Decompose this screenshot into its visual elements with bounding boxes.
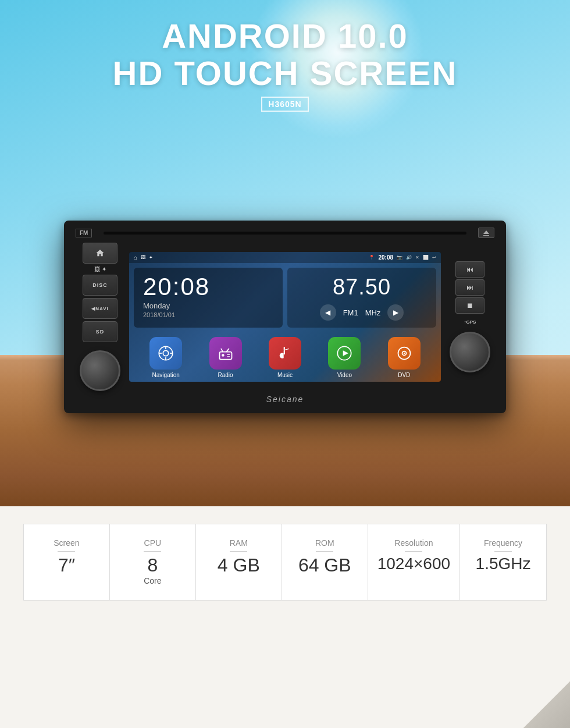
navi-label: ◀NAVI	[91, 306, 109, 311]
spec-resolution: Resolution 1024×600	[368, 524, 460, 600]
stop-button[interactable]: ⏹	[455, 297, 484, 314]
status-bar: ⌂ 🖼 ✦ 📍 20:08 📷 🔊 ✕ ⬜	[129, 252, 441, 263]
spec-rom: ROM 64 GB	[282, 524, 368, 600]
title-line1: ANDROID 10.0	[0, 17, 570, 55]
dvd-label: DVD	[398, 372, 410, 378]
svg-point-9	[222, 354, 225, 357]
home-icon	[95, 248, 105, 258]
eject-icon	[483, 230, 489, 234]
main-display: 20:08 Monday 2018/01/01 87.50 ◀ FM1 MHz	[129, 263, 441, 332]
radio-next-button[interactable]: ▶	[387, 304, 404, 321]
spec-cpu-value-group: 8 Core	[144, 555, 161, 586]
radio-prev-button[interactable]: ◀	[320, 304, 336, 321]
spec-ram: RAM 4 GB	[196, 524, 282, 600]
spec-cpu-divider	[144, 551, 161, 552]
radio-frequency: 87.50	[297, 275, 427, 300]
photo-settings-row: 🖼 ✦	[94, 266, 106, 272]
music-label: Music	[277, 372, 293, 378]
eject-button[interactable]	[478, 228, 494, 238]
close-status-icon: ✕	[415, 255, 419, 260]
right-panel: ⏮ ⏭ ⏹ ↑GPS	[441, 261, 499, 372]
spec-screen-value: 7″	[58, 555, 75, 576]
spec-resolution-label: Resolution	[394, 538, 433, 548]
screen-area[interactable]: ⌂ 🖼 ✦ 📍 20:08 📷 🔊 ✕ ⬜	[129, 252, 441, 382]
usb-icon: ✦	[149, 255, 153, 260]
spec-screen-label: Screen	[54, 538, 79, 548]
app-music[interactable]: Music	[269, 337, 301, 378]
location-icon: 📍	[369, 255, 375, 260]
skip-forward-button[interactable]: ⏭	[455, 279, 484, 296]
android-ui: ⌂ 🖼 ✦ 📍 20:08 📷 🔊 ✕ ⬜	[129, 252, 441, 382]
app-dvd[interactable]: DVD	[388, 337, 421, 378]
settings-icon: ✦	[102, 266, 106, 272]
sd-label: SD	[96, 329, 105, 335]
home-status-icon: ⌂	[134, 254, 137, 261]
spec-cpu-unit: Core	[144, 576, 161, 585]
paper-curl	[523, 681, 570, 728]
spec-cpu-label: CPU	[144, 538, 162, 548]
svg-point-16	[404, 353, 405, 354]
status-left: ⌂ 🖼 ✦	[134, 254, 153, 261]
clock-panel: 20:08 Monday 2018/01/01	[134, 268, 283, 328]
svg-rect-6	[219, 352, 231, 360]
status-time: 20:08	[378, 254, 393, 261]
radio-unit: MHz	[365, 308, 381, 317]
app-navigation[interactable]: Navigation	[149, 337, 182, 378]
sd-button[interactable]: SD	[83, 321, 117, 342]
gps-label: ↑GPS	[464, 319, 476, 325]
brand-label: Seicane	[71, 391, 499, 406]
dvd-icon	[388, 337, 421, 370]
navigation-icon	[149, 337, 182, 370]
specs-grid: Screen 7″ CPU 8 Core RAM 4 GB ROM 64 GB …	[23, 524, 547, 601]
music-svg	[277, 345, 293, 361]
spec-ram-divider	[230, 551, 247, 552]
radio-svg	[218, 345, 234, 361]
spec-resolution-value: 1024×600	[377, 555, 450, 573]
nav-svg	[158, 345, 174, 361]
status-right: 📍 20:08 📷 🔊 ✕ ⬜ ↩	[369, 254, 436, 261]
video-label: Video	[337, 372, 352, 378]
video-svg	[336, 345, 352, 361]
home-button[interactable]	[83, 243, 117, 264]
cd-slot	[104, 232, 466, 235]
radio-icon	[209, 337, 242, 370]
media-controls: ⏮ ⏭ ⏹	[455, 261, 484, 314]
spec-ram-value: 4 GB	[218, 555, 260, 576]
clock-time: 20:08	[143, 275, 273, 299]
spec-frequency-value: 1.5GHz	[476, 555, 531, 573]
svg-marker-13	[343, 350, 348, 356]
fm-label: FM	[76, 229, 92, 237]
svg-point-1	[163, 350, 169, 356]
spec-screen: Screen 7″	[24, 524, 110, 600]
hero-title: ANDROID 10.0 HD TOUCH SCREEN H3605N	[0, 17, 570, 112]
device-body: 🖼 ✦ DISC ◀NAVI SD	[71, 243, 499, 391]
left-panel: 🖼 ✦ DISC ◀NAVI SD	[71, 243, 129, 391]
radio-panel: 87.50 ◀ FM1 MHz ▶	[287, 268, 436, 328]
image-icon: 🖼	[141, 255, 145, 260]
model-badge: H3605N	[261, 97, 308, 112]
device-top-bar: FM	[71, 228, 499, 243]
skip-back-button[interactable]: ⏮	[455, 261, 484, 278]
screen-icon: ⬜	[423, 255, 429, 260]
specs-section: Screen 7″ CPU 8 Core RAM 4 GB ROM 64 GB …	[0, 506, 570, 728]
device-wrapper: FM	[64, 221, 506, 413]
spec-cpu: CPU 8 Core	[110, 524, 196, 600]
disc-button[interactable]: DISC	[83, 275, 117, 296]
app-radio[interactable]: Radio	[209, 337, 242, 378]
photo-icon: 🖼	[94, 266, 100, 272]
hero-section: ANDROID 10.0 HD TOUCH SCREEN H3605N FM	[0, 0, 570, 506]
apps-row: Navigation	[129, 332, 441, 382]
spec-cpu-number: 8	[147, 555, 158, 576]
right-knob[interactable]	[450, 332, 490, 372]
navi-button[interactable]: ◀NAVI	[83, 298, 117, 319]
camera-status-icon: 📷	[397, 255, 402, 260]
eject-line	[483, 235, 489, 236]
app-video[interactable]: Video	[328, 337, 361, 378]
music-icon	[269, 337, 301, 370]
left-knob[interactable]	[80, 350, 120, 391]
spec-frequency-label: Frequency	[484, 538, 522, 548]
volume-icon: 🔊	[406, 255, 412, 260]
spec-ram-label: RAM	[230, 538, 248, 548]
spec-rom-value: 64 GB	[298, 555, 351, 576]
navigation-label: Navigation	[152, 372, 180, 378]
